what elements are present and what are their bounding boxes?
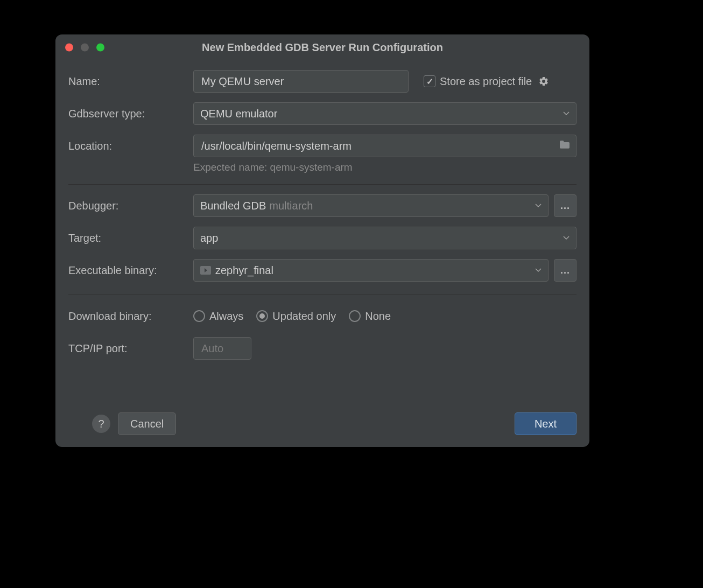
debugger-label: Debugger:	[68, 200, 193, 212]
name-input-field[interactable]	[200, 75, 402, 88]
section-divider-2	[68, 295, 577, 295]
debugger-value: Bundled GDBmultiarch	[200, 200, 313, 212]
target-label: Target:	[68, 232, 193, 244]
chevron-down-icon	[563, 236, 570, 240]
tcpip-port-label: TCP/IP port:	[68, 342, 193, 355]
cancel-button[interactable]: Cancel	[118, 412, 176, 435]
executable-binary-select[interactable]: zephyr_final	[193, 259, 549, 282]
store-as-project-file-checkbox[interactable]: Store as project file	[424, 75, 549, 88]
gdbserver-type-value: QEMU emulator	[200, 108, 277, 120]
dialog-window: New Embedded GDB Server Run Configuratio…	[55, 34, 589, 447]
executable-icon	[200, 266, 211, 275]
debugger-more-button[interactable]: ...	[554, 194, 577, 217]
tcpip-port-input[interactable]	[193, 337, 251, 360]
section-divider	[68, 184, 577, 185]
folder-icon[interactable]	[559, 140, 571, 152]
download-none-radio[interactable]: None	[349, 310, 391, 323]
chevron-down-icon	[535, 268, 542, 272]
download-binary-label: Download binary:	[68, 310, 193, 323]
chevron-down-icon	[563, 111, 570, 116]
chevron-down-icon	[535, 204, 542, 208]
location-input[interactable]	[193, 135, 577, 157]
target-value: app	[200, 232, 218, 244]
executable-binary-value: zephyr_final	[215, 264, 273, 277]
radio-icon	[256, 310, 268, 322]
checkbox-icon[interactable]	[424, 75, 435, 87]
target-select[interactable]: app	[193, 227, 577, 249]
executable-more-button[interactable]: ...	[554, 259, 577, 282]
radio-icon	[349, 310, 361, 322]
name-label: Name:	[68, 75, 193, 88]
location-label: Location:	[68, 140, 193, 152]
download-updated-only-radio[interactable]: Updated only	[256, 310, 336, 323]
gdbserver-type-select[interactable]: QEMU emulator	[193, 102, 577, 125]
window-title: New Embedded GDB Server Run Configuratio…	[202, 41, 443, 54]
gdbserver-type-label: Gdbserver type:	[68, 108, 193, 120]
location-hint: Expected name: qemu-system-arm	[193, 162, 577, 173]
help-button[interactable]: ?	[92, 415, 110, 433]
titlebar: New Embedded GDB Server Run Configuratio…	[55, 34, 589, 60]
download-always-radio[interactable]: Always	[193, 310, 243, 323]
name-input[interactable]	[193, 70, 409, 93]
gear-icon[interactable]	[538, 76, 549, 87]
next-button[interactable]: Next	[515, 412, 577, 435]
window-zoom-icon[interactable]	[96, 44, 104, 52]
window-minimize-icon[interactable]	[81, 44, 89, 52]
traffic-lights	[65, 44, 104, 52]
window-close-icon[interactable]	[65, 44, 73, 52]
radio-icon	[193, 310, 205, 322]
location-input-field[interactable]	[200, 139, 570, 153]
store-label: Store as project file	[440, 75, 532, 88]
tcpip-port-field[interactable]	[200, 342, 244, 355]
executable-binary-label: Executable binary:	[68, 264, 193, 277]
debugger-select[interactable]: Bundled GDBmultiarch	[193, 194, 549, 217]
